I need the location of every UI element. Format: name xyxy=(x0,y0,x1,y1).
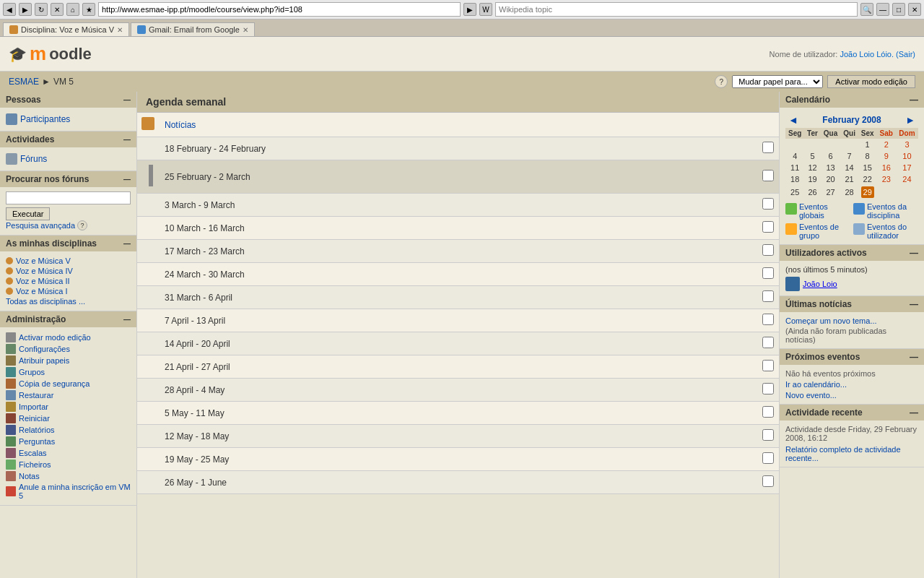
cal-day-11[interactable]: 11 xyxy=(785,162,804,173)
pessoas-collapse-icon[interactable]: — xyxy=(123,96,131,104)
cal-today-badge[interactable]: 29 xyxy=(861,186,874,198)
week3-check-cell[interactable] xyxy=(757,194,779,217)
course-item-vmv[interactable]: Voz e Música V xyxy=(6,256,131,266)
cal-day-17[interactable]: 17 xyxy=(896,162,918,173)
cal-day-21[interactable]: 21 xyxy=(840,173,858,185)
admin-item-scales[interactable]: Escalas xyxy=(6,447,131,459)
cal-day-27[interactable]: 27 xyxy=(821,185,841,199)
activar-link[interactable]: Activar modo edição xyxy=(19,333,91,342)
legend-utilizador[interactable]: Eventos do utilizador xyxy=(853,223,918,240)
news-link-row[interactable]: Começar um novo tema... xyxy=(785,316,918,325)
week6-check-cell[interactable] xyxy=(757,263,779,286)
tab-close-icon[interactable]: ✕ xyxy=(117,26,123,34)
week13-check-cell[interactable] xyxy=(757,425,779,448)
import-link[interactable]: Importar xyxy=(19,402,48,411)
active-user-link[interactable]: João Loio xyxy=(803,280,837,288)
week2-checkbox[interactable] xyxy=(762,170,774,181)
cal-day-23[interactable]: 23 xyxy=(877,173,896,185)
admin-item-reset[interactable]: Reiniciar xyxy=(6,413,131,424)
proximos-eventos-collapse-icon[interactable]: — xyxy=(910,352,918,362)
course-vmiv-link[interactable]: Voz e Música IV xyxy=(16,267,73,275)
week2-check-cell[interactable] xyxy=(757,160,779,194)
week5-checkbox[interactable] xyxy=(762,244,774,256)
cal-day-29[interactable]: 29 xyxy=(858,185,877,199)
tab-close-gmail-icon[interactable]: ✕ xyxy=(243,26,248,34)
week11-check-cell[interactable] xyxy=(757,379,779,402)
admin-item-groups[interactable]: Grupos xyxy=(6,366,131,378)
admin-item-unenroll[interactable]: Anule a minha inscrição em VM 5 xyxy=(6,482,131,501)
search-foruns-input[interactable] xyxy=(6,191,131,204)
forward-button[interactable]: ▶ xyxy=(19,3,32,16)
cal-day-20[interactable]: 20 xyxy=(821,173,841,185)
legend-disciplina[interactable]: Eventos da disciplina xyxy=(853,202,918,220)
course-vmii-link[interactable]: Voz e Música II xyxy=(16,277,70,285)
admin-item-import[interactable]: Importar xyxy=(6,401,131,413)
minhas-disciplinas-collapse-icon[interactable]: — xyxy=(123,240,131,248)
stop-button[interactable]: ✕ xyxy=(51,3,64,16)
cal-day-7[interactable]: 7 xyxy=(840,150,858,162)
admin-item-roles[interactable]: Atribuir papeis xyxy=(6,355,131,366)
week6-checkbox[interactable] xyxy=(762,267,774,279)
week13-checkbox[interactable] xyxy=(762,429,774,441)
cal-day-2[interactable]: 2 xyxy=(877,139,896,150)
week14-checkbox[interactable] xyxy=(762,452,774,464)
cal-day-22[interactable]: 22 xyxy=(858,173,877,185)
week15-check-cell[interactable] xyxy=(757,471,779,494)
pesquisa-avancada-link[interactable]: Pesquisa avançada xyxy=(6,221,75,230)
breadcrumb-home[interactable]: ESMAE xyxy=(9,77,39,87)
backup-link[interactable]: Cópia de segurança xyxy=(19,379,90,388)
cal-day-10[interactable]: 10 xyxy=(896,150,918,162)
search-input[interactable] xyxy=(495,2,858,17)
cal-day-14[interactable]: 14 xyxy=(840,162,858,173)
questions-link[interactable]: Perguntas xyxy=(19,437,55,446)
cal-day-24[interactable]: 24 xyxy=(896,173,918,185)
actividade-recente-link-row[interactable]: Relatório completo de actividade recente… xyxy=(785,445,918,462)
legend-disciplina-link[interactable]: Eventos da disciplina xyxy=(867,202,918,220)
bookmark-button[interactable]: ★ xyxy=(82,3,95,16)
cal-day-28[interactable]: 28 xyxy=(840,185,858,199)
course-item-vmi[interactable]: Voz e Música I xyxy=(6,286,131,296)
close-button[interactable]: ✕ xyxy=(908,3,921,16)
week7-check-cell[interactable] xyxy=(757,286,779,309)
cal-day-15[interactable]: 15 xyxy=(858,162,877,173)
course-item-vmiv[interactable]: Voz e Música IV xyxy=(6,266,131,276)
admin-item-config[interactable]: Configurações xyxy=(6,343,131,355)
groups-link[interactable]: Grupos xyxy=(19,368,45,376)
ultimas-noticias-collapse-icon[interactable]: — xyxy=(910,299,918,309)
participantes-link[interactable]: Participantes xyxy=(20,114,70,124)
admin-item-grades[interactable]: Notas xyxy=(6,470,131,482)
admin-item-activar[interactable]: Activar modo edição xyxy=(6,332,131,343)
course-vmv-link[interactable]: Voz e Música V xyxy=(16,256,71,265)
week12-check-cell[interactable] xyxy=(757,402,779,425)
cal-day-13[interactable]: 13 xyxy=(821,162,841,173)
cal-day-6[interactable]: 6 xyxy=(821,150,841,162)
legend-grupo[interactable]: Eventos de grupo xyxy=(785,223,850,240)
week1-check-cell[interactable] xyxy=(757,137,779,160)
maximize-button[interactable]: □ xyxy=(892,3,905,16)
cal-next-arrow[interactable]: ► xyxy=(905,114,915,126)
admin-item-restore[interactable]: Restaurar xyxy=(6,389,131,401)
user-name-link[interactable]: João Loio Lóio. xyxy=(840,50,894,59)
refresh-button[interactable]: ↻ xyxy=(35,3,48,16)
week5-check-cell[interactable] xyxy=(757,240,779,263)
search-engine-button[interactable]: W xyxy=(479,3,492,16)
course-vmi-link[interactable]: Voz e Música I xyxy=(16,287,68,296)
sidebar-item-participantes[interactable]: Participantes xyxy=(6,112,131,126)
cal-day-18[interactable]: 18 xyxy=(785,173,804,185)
scales-link[interactable]: Escalas xyxy=(19,449,47,457)
help-button[interactable]: ? xyxy=(715,75,728,88)
cal-day-8[interactable]: 8 xyxy=(858,150,877,162)
foruns-link[interactable]: Fóruns xyxy=(20,154,47,164)
week1-checkbox[interactable] xyxy=(762,142,774,153)
cal-day-5[interactable]: 5 xyxy=(804,150,820,162)
address-bar[interactable]: http://www.esmae-ipp.pt/moodle/course/vi… xyxy=(98,2,461,17)
legend-utilizador-link[interactable]: Eventos do utilizador xyxy=(867,223,918,240)
minimize-button[interactable]: — xyxy=(876,3,889,16)
relatorio-completo-link[interactable]: Relatório completo de actividade recente… xyxy=(785,445,901,462)
cal-day-9[interactable]: 9 xyxy=(877,150,896,162)
tab-gmail[interactable]: Gmail: Email from Google ✕ xyxy=(131,22,255,36)
actividade-recente-collapse-icon[interactable]: — xyxy=(910,407,918,418)
news-text-cell[interactable]: Notícias xyxy=(159,113,757,137)
week10-checkbox[interactable] xyxy=(762,360,774,371)
files-link[interactable]: Ficheiros xyxy=(19,460,51,469)
